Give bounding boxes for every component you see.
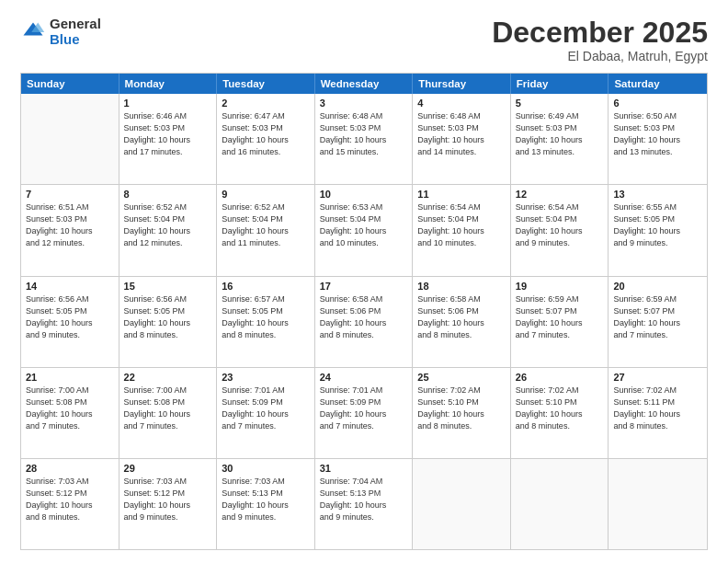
cell-info: Sunrise: 7:02 AM Sunset: 5:11 PM Dayligh… [613, 385, 702, 432]
calendar: Sunday Monday Tuesday Wednesday Thursday… [20, 73, 708, 550]
header-friday: Friday [511, 74, 609, 94]
cell-info: Sunrise: 6:52 AM Sunset: 5:04 PM Dayligh… [222, 201, 310, 249]
day-number: 4 [417, 98, 506, 109]
calendar-row-5: 28Sunrise: 7:03 AM Sunset: 5:12 PM Dayli… [21, 458, 707, 549]
cell-info: Sunrise: 6:56 AM Sunset: 5:05 PM Dayligh… [124, 293, 212, 341]
cal-cell-week2-day7: 13Sunrise: 6:55 AM Sunset: 5:05 PM Dayli… [609, 185, 707, 275]
logo-icon [20, 19, 46, 45]
day-number: 16 [222, 281, 310, 292]
cell-info: Sunrise: 6:47 AM Sunset: 5:03 PM Dayligh… [222, 110, 310, 158]
day-number: 12 [516, 189, 604, 200]
day-number: 19 [516, 281, 604, 292]
calendar-row-3: 14Sunrise: 6:56 AM Sunset: 5:05 PM Dayli… [21, 276, 707, 367]
cal-cell-week1-day7: 6Sunrise: 6:50 AM Sunset: 5:03 PM Daylig… [609, 94, 707, 184]
cell-info: Sunrise: 6:48 AM Sunset: 5:03 PM Dayligh… [320, 110, 408, 158]
cal-cell-week4-day4: 24Sunrise: 7:01 AM Sunset: 5:09 PM Dayli… [315, 368, 414, 458]
cell-info: Sunrise: 7:01 AM Sunset: 5:09 PM Dayligh… [222, 385, 310, 432]
cell-info: Sunrise: 6:57 AM Sunset: 5:05 PM Dayligh… [222, 293, 310, 341]
cal-cell-week4-day3: 23Sunrise: 7:01 AM Sunset: 5:09 PM Dayli… [217, 368, 315, 458]
day-number: 10 [320, 189, 408, 200]
cell-info: Sunrise: 6:54 AM Sunset: 5:04 PM Dayligh… [417, 201, 506, 249]
cal-cell-week3-day1: 14Sunrise: 6:56 AM Sunset: 5:05 PM Dayli… [21, 277, 119, 367]
day-number: 31 [320, 463, 408, 474]
cell-info: Sunrise: 7:00 AM Sunset: 5:08 PM Dayligh… [26, 385, 114, 432]
day-number: 14 [26, 281, 114, 292]
cal-cell-week3-day6: 19Sunrise: 6:59 AM Sunset: 5:07 PM Dayli… [511, 277, 609, 367]
header-saturday: Saturday [609, 74, 707, 94]
day-number: 17 [320, 281, 408, 292]
day-number: 5 [516, 98, 604, 109]
cell-info: Sunrise: 6:54 AM Sunset: 5:04 PM Dayligh… [516, 201, 604, 249]
day-number: 18 [417, 281, 506, 292]
cell-info: Sunrise: 7:01 AM Sunset: 5:09 PM Dayligh… [320, 385, 408, 432]
cal-cell-week5-day2: 29Sunrise: 7:03 AM Sunset: 5:12 PM Dayli… [119, 459, 218, 549]
day-number: 9 [222, 189, 310, 200]
header-sunday: Sunday [21, 74, 119, 94]
cell-info: Sunrise: 6:48 AM Sunset: 5:03 PM Dayligh… [417, 110, 506, 158]
cal-cell-week5-day7 [609, 459, 707, 549]
cal-cell-week4-day2: 22Sunrise: 7:00 AM Sunset: 5:08 PM Dayli… [119, 368, 218, 458]
cell-info: Sunrise: 7:04 AM Sunset: 5:13 PM Dayligh… [320, 476, 408, 523]
cal-cell-week3-day2: 15Sunrise: 6:56 AM Sunset: 5:05 PM Dayli… [119, 277, 218, 367]
cal-cell-week3-day4: 17Sunrise: 6:58 AM Sunset: 5:06 PM Dayli… [315, 277, 414, 367]
cal-cell-week1-day3: 2Sunrise: 6:47 AM Sunset: 5:03 PM Daylig… [217, 94, 315, 184]
header-tuesday: Tuesday [217, 74, 315, 94]
day-number: 6 [613, 98, 702, 109]
cal-cell-week1-day4: 3Sunrise: 6:48 AM Sunset: 5:03 PM Daylig… [315, 94, 414, 184]
calendar-row-2: 7Sunrise: 6:51 AM Sunset: 5:03 PM Daylig… [21, 184, 707, 275]
cal-cell-week4-day6: 26Sunrise: 7:02 AM Sunset: 5:10 PM Dayli… [511, 368, 609, 458]
cell-info: Sunrise: 6:59 AM Sunset: 5:07 PM Dayligh… [516, 293, 604, 341]
cell-info: Sunrise: 7:02 AM Sunset: 5:10 PM Dayligh… [417, 385, 506, 432]
cal-cell-week4-day7: 27Sunrise: 7:02 AM Sunset: 5:11 PM Dayli… [609, 368, 707, 458]
page: General Blue December 2025 El Dabaa, Mat… [0, 0, 728, 563]
day-number: 27 [613, 372, 702, 383]
day-number: 15 [124, 281, 212, 292]
cell-info: Sunrise: 6:56 AM Sunset: 5:05 PM Dayligh… [26, 293, 114, 341]
logo-general-text: General [50, 17, 101, 32]
cal-cell-week2-day1: 7Sunrise: 6:51 AM Sunset: 5:03 PM Daylig… [21, 185, 119, 275]
calendar-body: 1Sunrise: 6:46 AM Sunset: 5:03 PM Daylig… [21, 94, 707, 549]
calendar-row-1: 1Sunrise: 6:46 AM Sunset: 5:03 PM Daylig… [21, 94, 707, 184]
cal-cell-week5-day3: 30Sunrise: 7:03 AM Sunset: 5:13 PM Dayli… [217, 459, 315, 549]
title-block: December 2025 El Dabaa, Matruh, Egypt [492, 17, 708, 63]
day-number: 7 [26, 189, 114, 200]
cell-info: Sunrise: 6:53 AM Sunset: 5:04 PM Dayligh… [320, 201, 408, 249]
cell-info: Sunrise: 6:51 AM Sunset: 5:03 PM Dayligh… [26, 201, 114, 249]
title-month: December 2025 [492, 17, 708, 49]
cal-cell-week3-day5: 18Sunrise: 6:58 AM Sunset: 5:06 PM Dayli… [413, 277, 511, 367]
cal-cell-week3-day7: 20Sunrise: 6:59 AM Sunset: 5:07 PM Dayli… [609, 277, 707, 367]
cell-info: Sunrise: 6:50 AM Sunset: 5:03 PM Dayligh… [613, 110, 702, 158]
cal-cell-week4-day1: 21Sunrise: 7:00 AM Sunset: 5:08 PM Dayli… [21, 368, 119, 458]
cell-info: Sunrise: 6:58 AM Sunset: 5:06 PM Dayligh… [417, 293, 506, 341]
day-number: 3 [320, 98, 408, 109]
cal-cell-week2-day2: 8Sunrise: 6:52 AM Sunset: 5:04 PM Daylig… [119, 185, 218, 275]
day-number: 8 [124, 189, 212, 200]
cell-info: Sunrise: 6:46 AM Sunset: 5:03 PM Dayligh… [124, 110, 212, 158]
day-number: 13 [613, 189, 702, 200]
cell-info: Sunrise: 7:03 AM Sunset: 5:13 PM Dayligh… [222, 476, 310, 523]
cal-cell-week5-day4: 31Sunrise: 7:04 AM Sunset: 5:13 PM Dayli… [315, 459, 414, 549]
cell-info: Sunrise: 6:52 AM Sunset: 5:04 PM Dayligh… [124, 201, 212, 249]
cal-cell-week1-day6: 5Sunrise: 6:49 AM Sunset: 5:03 PM Daylig… [511, 94, 609, 184]
cal-cell-week5-day6 [511, 459, 609, 549]
logo-text: General Blue [50, 17, 101, 47]
cal-cell-week5-day5 [413, 459, 511, 549]
cell-info: Sunrise: 6:49 AM Sunset: 5:03 PM Dayligh… [516, 110, 604, 158]
logo: General Blue [20, 17, 101, 47]
logo-blue-text: Blue [50, 32, 101, 48]
title-location: El Dabaa, Matruh, Egypt [492, 49, 708, 63]
cal-cell-week1-day5: 4Sunrise: 6:48 AM Sunset: 5:03 PM Daylig… [413, 94, 511, 184]
calendar-header: Sunday Monday Tuesday Wednesday Thursday… [21, 74, 707, 94]
day-number: 21 [26, 372, 114, 383]
header: General Blue December 2025 El Dabaa, Mat… [20, 17, 708, 63]
cal-cell-week1-day2: 1Sunrise: 6:46 AM Sunset: 5:03 PM Daylig… [119, 94, 218, 184]
cell-info: Sunrise: 7:03 AM Sunset: 5:12 PM Dayligh… [26, 476, 114, 523]
day-number: 2 [222, 98, 310, 109]
cell-info: Sunrise: 6:58 AM Sunset: 5:06 PM Dayligh… [320, 293, 408, 341]
cal-cell-week4-day5: 25Sunrise: 7:02 AM Sunset: 5:10 PM Dayli… [413, 368, 511, 458]
calendar-row-4: 21Sunrise: 7:00 AM Sunset: 5:08 PM Dayli… [21, 367, 707, 458]
cal-cell-week5-day1: 28Sunrise: 7:03 AM Sunset: 5:12 PM Dayli… [21, 459, 119, 549]
header-monday: Monday [119, 74, 218, 94]
day-number: 30 [222, 463, 310, 474]
day-number: 25 [417, 372, 506, 383]
